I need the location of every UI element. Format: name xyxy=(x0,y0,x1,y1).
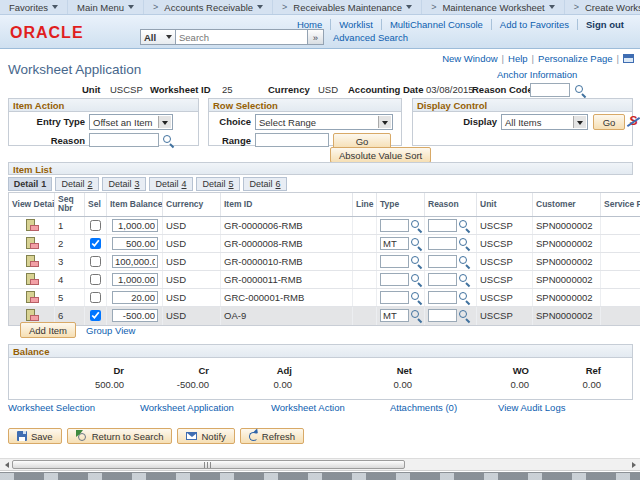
view-detail-icon[interactable] xyxy=(25,255,39,268)
tab-detail-4[interactable]: Detail4 xyxy=(149,177,193,191)
dropdown-arrow-icon xyxy=(158,116,171,128)
breadcrumb-favorites[interactable]: Favorites xyxy=(0,0,68,14)
add-item-button[interactable]: Add Item xyxy=(20,322,76,338)
item-balance-input[interactable] xyxy=(112,219,158,232)
scroll-right-arrow[interactable] xyxy=(630,459,640,470)
display-go-button[interactable]: Go xyxy=(593,114,625,130)
currency-display-icon[interactable]: S xyxy=(627,114,640,129)
anchor-information-link[interactable]: Anchor Information xyxy=(497,69,577,80)
scrollbar-thumb[interactable] xyxy=(12,460,405,469)
scroll-left-arrow[interactable] xyxy=(0,459,10,470)
tab-detail-1[interactable]: Detail1 xyxy=(8,177,52,191)
breadcrumb-main-menu[interactable]: Main Menu xyxy=(68,0,144,14)
refresh-button[interactable]: Refresh xyxy=(240,428,304,444)
window-bottom-edge xyxy=(0,472,640,480)
notify-button[interactable]: Notify xyxy=(177,428,234,444)
absolute-value-sort-button[interactable]: Absolute Value Sort xyxy=(330,147,431,163)
seq-nbr-value: 2 xyxy=(55,235,85,252)
reason-code-lookup-icon[interactable] xyxy=(574,84,587,97)
breadcrumb-create-worksheet[interactable]: >Create Worksheet xyxy=(565,0,640,14)
breadcrumb-maintenance-worksheet[interactable]: >Maintenance Worksheet xyxy=(422,0,565,14)
help-link[interactable]: Help xyxy=(508,53,528,64)
display-select[interactable]: All Items xyxy=(501,114,588,130)
tab-detail-3[interactable]: Detail3 xyxy=(102,177,146,191)
reason-lookup-icon[interactable] xyxy=(458,309,471,322)
add-to-favorites-link[interactable]: Add to Favorites xyxy=(492,19,578,30)
type-input[interactable] xyxy=(380,273,409,286)
item-action-reason-input[interactable] xyxy=(89,133,159,147)
dropdown-arrow-icon xyxy=(406,5,412,12)
type-input[interactable] xyxy=(380,237,409,250)
type-input[interactable] xyxy=(380,291,409,304)
sel-checkbox[interactable] xyxy=(90,220,101,231)
search-input[interactable] xyxy=(176,29,308,45)
reason-input[interactable] xyxy=(428,309,457,322)
attachments-link[interactable]: Attachments (0) xyxy=(390,402,457,413)
choice-select[interactable]: Select Range xyxy=(255,114,393,130)
group-view-link[interactable]: Group View xyxy=(86,325,135,336)
item-balance-input[interactable] xyxy=(112,273,158,286)
view-detail-icon[interactable] xyxy=(25,273,39,286)
http-window-icon[interactable] xyxy=(623,54,634,63)
reason-lookup-icon[interactable] xyxy=(458,273,471,286)
view-detail-icon[interactable] xyxy=(25,291,39,304)
item-action-reason-lookup-icon[interactable] xyxy=(162,134,175,147)
reason-input[interactable] xyxy=(428,291,457,304)
save-button[interactable]: Save xyxy=(8,428,62,444)
currency-value: USD xyxy=(163,217,221,234)
worksheet-action-link[interactable]: Worksheet Action xyxy=(271,402,345,413)
toolbar: Save Return to Search Notify Refresh xyxy=(8,428,304,444)
sel-checkbox[interactable] xyxy=(90,310,101,321)
reason-lookup-icon[interactable] xyxy=(458,219,471,232)
range-input[interactable] xyxy=(255,133,329,147)
type-input[interactable] xyxy=(380,309,409,322)
type-input[interactable] xyxy=(380,219,409,232)
search-scope-dropdown[interactable]: All xyxy=(140,29,176,45)
type-lookup-icon[interactable] xyxy=(410,237,423,250)
type-lookup-icon[interactable] xyxy=(410,291,423,304)
return-to-search-button[interactable]: Return to Search xyxy=(67,428,173,444)
reason-input[interactable] xyxy=(428,273,457,286)
tab-detail-2[interactable]: Detail2 xyxy=(55,177,99,191)
worksheet-selection-link[interactable]: Worksheet Selection xyxy=(8,402,95,413)
reason-input[interactable] xyxy=(428,255,457,268)
breadcrumb-receivables-maintenance[interactable]: >Receivables Maintenance xyxy=(273,0,422,14)
reason-lookup-icon[interactable] xyxy=(458,237,471,250)
tab-detail-6[interactable]: Detail6 xyxy=(243,177,287,191)
item-balance-input[interactable] xyxy=(112,237,158,250)
reason-input[interactable] xyxy=(428,219,457,232)
sel-checkbox[interactable] xyxy=(90,256,101,267)
type-lookup-icon[interactable] xyxy=(410,255,423,268)
type-lookup-icon[interactable] xyxy=(410,273,423,286)
entry-type-select[interactable]: Offset an Item xyxy=(89,114,173,130)
personalize-page-link[interactable]: Personalize Page xyxy=(538,53,612,64)
view-detail-icon[interactable] xyxy=(25,309,39,322)
reason-lookup-icon[interactable] xyxy=(458,255,471,268)
service-purch-value xyxy=(601,235,640,252)
search-go-button[interactable]: » xyxy=(308,29,324,45)
reason-input[interactable] xyxy=(428,237,457,250)
view-detail-icon[interactable] xyxy=(25,219,39,232)
worksheet-application-link[interactable]: Worksheet Application xyxy=(140,402,234,413)
unit-value: USCSP xyxy=(477,271,533,288)
view-audit-logs-link[interactable]: View Audit Logs xyxy=(498,402,565,413)
type-input[interactable] xyxy=(380,255,409,268)
type-lookup-icon[interactable] xyxy=(410,309,423,322)
sel-checkbox[interactable] xyxy=(90,292,101,303)
col-view-detail: View Detail xyxy=(9,193,55,216)
item-balance-input[interactable] xyxy=(112,291,158,304)
item-balance-input[interactable] xyxy=(112,255,158,268)
sel-checkbox[interactable] xyxy=(90,274,101,285)
advanced-search-link[interactable]: Advanced Search xyxy=(333,32,408,43)
sel-checkbox[interactable] xyxy=(90,238,101,249)
sign-out-link[interactable]: Sign out xyxy=(578,19,632,30)
reason-code-input[interactable] xyxy=(530,83,570,97)
item-balance-input[interactable] xyxy=(112,309,158,322)
breadcrumb-accounts-receivable[interactable]: >Accounts Receivable xyxy=(144,0,273,14)
new-window-link[interactable]: New Window xyxy=(442,53,497,64)
type-lookup-icon[interactable] xyxy=(410,219,423,232)
horizontal-scrollbar[interactable] xyxy=(0,458,640,471)
reason-lookup-icon[interactable] xyxy=(458,291,471,304)
tab-detail-5[interactable]: Detail5 xyxy=(196,177,240,191)
view-detail-icon[interactable] xyxy=(25,237,39,250)
